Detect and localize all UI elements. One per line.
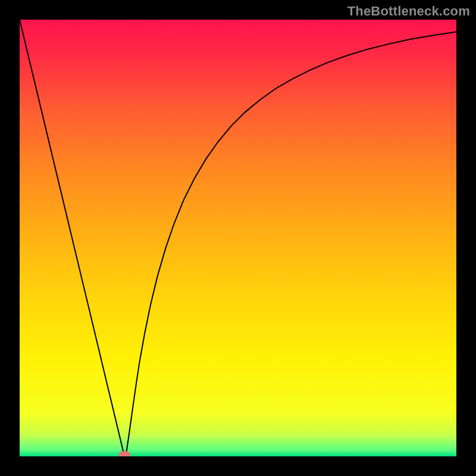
chart-svg — [20, 20, 456, 456]
chart-container: TheBottleneck.com — [0, 0, 476, 476]
gradient-background — [20, 20, 456, 456]
watermark-text: TheBottleneck.com — [347, 4, 470, 19]
plot-area — [20, 20, 456, 456]
